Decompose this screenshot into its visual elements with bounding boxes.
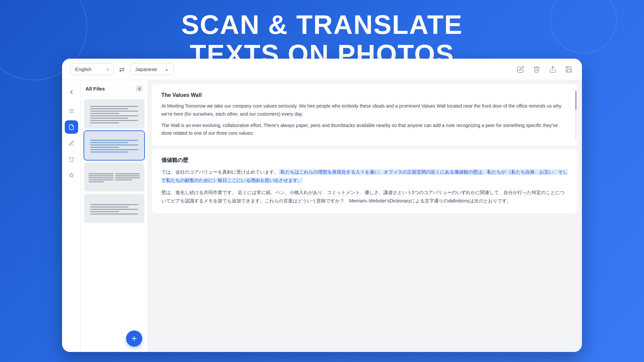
thumb-line bbox=[90, 108, 129, 109]
thumb-line bbox=[89, 173, 113, 174]
back-icon bbox=[68, 89, 74, 95]
thumb-line bbox=[90, 149, 138, 150]
english-panel-title: The Values Wall bbox=[161, 92, 569, 98]
jp-text-highlighted: 私たちはこれらの理想を具現化する人々を雇い、オフィスの正面玄関の近くにある価値観… bbox=[279, 169, 506, 175]
japanese-text-panel: 価値観の壁 では、会社のコアバリューを真剣に受け止めています。 私たちはこれらの… bbox=[152, 149, 578, 213]
thumb-line bbox=[90, 140, 138, 141]
sidebar-trash-button[interactable] bbox=[65, 153, 78, 166]
files-icon bbox=[68, 124, 74, 130]
thumb-line bbox=[115, 173, 140, 174]
thumb-line bbox=[115, 179, 132, 180]
thumb-lines bbox=[90, 204, 138, 215]
content-area: The Values Wall At Meeting Tomorrow we t… bbox=[148, 80, 582, 352]
jp-text-start: では、会社のコアバリューを真剣に受け止めています。 bbox=[161, 169, 279, 175]
source-language-label: English bbox=[75, 66, 92, 72]
japanese-panel-title: 価値観の壁 bbox=[161, 157, 569, 164]
thumb-line bbox=[115, 175, 140, 176]
sidebar-magic-button[interactable] bbox=[65, 169, 78, 182]
app-window: English ▾ ⇄ Japanese ▲ bbox=[62, 59, 582, 352]
share-icon bbox=[549, 66, 556, 73]
japanese-paragraph-1: では、会社のコアバリューを真剣に受け止めています。 私たちはこれらの理想を具現化… bbox=[161, 168, 569, 185]
file-count-badge: 4 bbox=[136, 85, 143, 92]
thumb-line bbox=[90, 214, 138, 215]
source-lang-chevron: ▾ bbox=[107, 67, 109, 72]
file-thumb-3 bbox=[84, 163, 144, 192]
delete-button[interactable] bbox=[532, 64, 542, 74]
file-thumb-4 bbox=[84, 194, 144, 224]
thumb-line bbox=[90, 142, 129, 143]
back-button[interactable] bbox=[65, 85, 78, 99]
edit-icon bbox=[517, 66, 524, 73]
file-list bbox=[81, 96, 148, 352]
thumb-line bbox=[90, 120, 138, 121]
sidebar-files-button[interactable] bbox=[65, 120, 78, 134]
add-icon: + bbox=[131, 333, 137, 344]
thumb-lines bbox=[90, 140, 138, 153]
thumb-line bbox=[89, 175, 113, 176]
swap-languages-button[interactable]: ⇄ bbox=[118, 64, 126, 75]
thumb-line bbox=[90, 144, 138, 145]
file-thumb-1 bbox=[84, 100, 144, 129]
scrollbar bbox=[575, 91, 577, 139]
sidebar-trash-icon bbox=[68, 156, 74, 162]
edit-button[interactable] bbox=[516, 64, 526, 74]
toolbar-actions bbox=[516, 64, 574, 74]
thumb-line bbox=[90, 211, 119, 212]
thumb-line bbox=[89, 181, 103, 182]
source-language-select[interactable]: English ▾ bbox=[70, 63, 114, 75]
thumb-columns bbox=[89, 173, 140, 182]
swap-icon: ⇄ bbox=[119, 65, 125, 73]
file-item[interactable] bbox=[84, 193, 145, 224]
thumb-line bbox=[90, 204, 138, 205]
file-item[interactable] bbox=[84, 99, 145, 129]
sidebar-icons bbox=[62, 80, 81, 352]
file-panel-title: All Files bbox=[86, 86, 105, 92]
pencil-icon bbox=[68, 140, 74, 146]
thumb-line bbox=[115, 177, 140, 178]
thumb-line bbox=[90, 111, 138, 112]
file-panel: All Files 4 bbox=[81, 80, 148, 352]
english-paragraph-2: The Wall is an ever-evolving, collaborat… bbox=[161, 122, 569, 138]
thumb-line bbox=[90, 209, 138, 210]
thumb-line bbox=[90, 115, 138, 116]
save-button[interactable] bbox=[564, 64, 574, 74]
trash-icon bbox=[533, 66, 540, 73]
thumb-line bbox=[90, 118, 129, 119]
file-panel-header: All Files 4 bbox=[81, 80, 148, 96]
main-content: All Files 4 bbox=[62, 80, 582, 352]
thumb-line bbox=[90, 122, 119, 123]
content-scroll[interactable]: The Values Wall At Meeting Tomorrow we t… bbox=[152, 84, 578, 348]
menu-icon bbox=[68, 108, 74, 114]
thumb-line bbox=[89, 179, 113, 180]
english-text-panel: The Values Wall At Meeting Tomorrow we t… bbox=[152, 84, 578, 145]
target-lang-chevron: ▲ bbox=[165, 67, 169, 72]
thumb-line bbox=[90, 106, 138, 107]
thumb-col bbox=[115, 173, 140, 182]
toolbar: English ▾ ⇄ Japanese ▲ bbox=[62, 59, 582, 80]
target-language-label: Japanese bbox=[135, 66, 157, 72]
share-button[interactable] bbox=[548, 64, 558, 74]
save-icon bbox=[565, 66, 573, 73]
file-item[interactable] bbox=[84, 130, 145, 161]
thumb-col bbox=[89, 173, 113, 182]
thumb-line bbox=[90, 206, 129, 207]
magic-icon bbox=[68, 172, 74, 178]
sidebar-edit-button[interactable] bbox=[65, 136, 78, 150]
japanese-paragraph-2: 壁は、進化し続ける共同作業です。 近くには常に紙、ペン、小物入れがあり、コミット… bbox=[161, 188, 569, 205]
english-paragraph-1: At Meeting Tomorrow we take our company … bbox=[161, 102, 569, 118]
add-file-button[interactable]: + bbox=[126, 330, 142, 347]
scrollbar-thumb bbox=[575, 91, 577, 110]
thumb-line bbox=[90, 152, 129, 153]
sidebar-menu-button[interactable] bbox=[65, 104, 78, 118]
thumb-line bbox=[90, 113, 119, 114]
thumb-line bbox=[89, 177, 113, 178]
thumb-lines bbox=[90, 106, 138, 123]
file-thumb-2 bbox=[84, 131, 144, 161]
file-item[interactable] bbox=[84, 162, 145, 192]
toolbar-left: English ▾ ⇄ Japanese ▲ bbox=[70, 63, 512, 75]
thumb-line bbox=[90, 147, 119, 148]
target-language-select[interactable]: Japanese ▲ bbox=[130, 63, 174, 75]
